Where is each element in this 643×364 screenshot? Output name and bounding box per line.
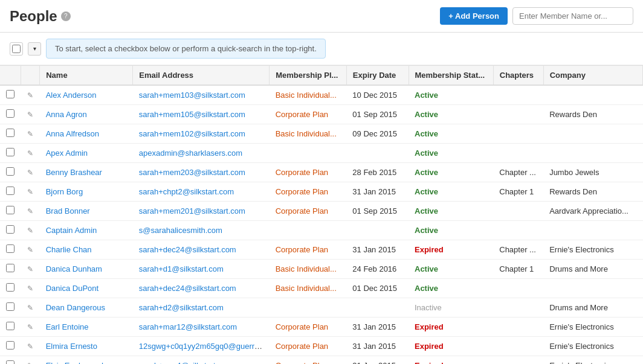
person-email-link[interactable]: 12sgwg+c0q1yy2m65gq0@guerrillam... — [139, 342, 270, 351]
row-checkbox[interactable] — [6, 148, 15, 156]
person-email-link[interactable]: sarah+mem105@silkstart.com — [139, 110, 245, 119]
person-email-link[interactable]: sarah+mar4@silkstart.com — [139, 361, 233, 364]
edit-icon[interactable]: ✎ — [27, 265, 33, 273]
row-checkbox[interactable] — [6, 283, 15, 292]
person-name-link[interactable]: Anna Agron — [46, 110, 87, 119]
edit-icon[interactable]: ✎ — [27, 304, 33, 312]
table-row: ✎Danica Dunhamsarah+d1@silkstart.comBasi… — [0, 260, 643, 279]
person-email-link[interactable]: sarah+dec24@silkstart.com — [139, 245, 236, 254]
page-title: People — [10, 8, 57, 25]
company: Drums and More — [543, 298, 642, 318]
row-checkbox[interactable] — [6, 109, 15, 118]
person-email-link[interactable]: s@sarahalicesmith.com — [139, 226, 222, 235]
person-name-link[interactable]: Charlie Chan — [46, 245, 92, 254]
row-checkbox[interactable] — [6, 187, 15, 195]
person-email-link[interactable]: sarah+mem103@silkstart.com — [139, 91, 245, 100]
person-name-link[interactable]: Earl Entoine — [46, 322, 89, 331]
company: Rewards Den — [543, 182, 642, 202]
expiry-date: 01 Sep 2015 — [346, 202, 409, 221]
expiry-date: 01 Dec 2015 — [346, 279, 409, 298]
edit-icon[interactable]: ✎ — [27, 226, 33, 235]
edit-icon[interactable]: ✎ — [27, 110, 33, 119]
membership-status: Active — [409, 182, 493, 202]
info-banner: To start, select a checkbox below or per… — [46, 39, 326, 59]
company: Ernie's Electronics — [543, 318, 642, 337]
membership-status: Active — [409, 144, 493, 163]
edit-icon[interactable]: ✎ — [27, 168, 33, 177]
search-input[interactable] — [512, 7, 633, 25]
row-checkbox[interactable] — [6, 206, 15, 214]
person-email-link[interactable]: sarah+d2@silkstart.com — [139, 303, 224, 312]
person-name-link[interactable]: Bjorn Borg — [46, 187, 83, 196]
chapters — [493, 124, 543, 144]
membership-status: Active — [409, 163, 493, 182]
person-email-link[interactable]: sarah+dec24@silkstart.com — [139, 284, 236, 293]
person-email-link[interactable]: sarah+mem102@silkstart.com — [139, 129, 245, 138]
edit-icon[interactable]: ✎ — [27, 188, 33, 196]
row-checkbox[interactable] — [6, 264, 15, 272]
person-name-link[interactable]: Danica DuPont — [46, 284, 99, 293]
select-all-input[interactable] — [12, 45, 21, 53]
expiry-date: 31 Jan 2015 — [346, 182, 409, 202]
select-all-checkbox[interactable] — [10, 42, 23, 56]
bulk-action-dropdown[interactable]: ▾ — [28, 42, 41, 56]
company: Ernie's Electronics — [543, 337, 642, 356]
row-checkbox[interactable] — [6, 167, 15, 176]
person-name-link[interactable]: Brad Bonner — [46, 206, 90, 216]
table-row: ✎Apex Adminapexadmin@sharklasers.comActi… — [0, 144, 643, 163]
row-checkbox[interactable] — [6, 244, 15, 253]
person-name-link[interactable]: Captain Admin — [46, 226, 97, 235]
person-name-link[interactable]: Dean Dangerous — [46, 303, 105, 312]
table-row: ✎Danica DuPontsarah+dec24@silkstart.comB… — [0, 279, 643, 298]
row-checkbox[interactable] — [6, 302, 15, 311]
edit-icon[interactable]: ✎ — [27, 323, 33, 331]
membership-plan: Corporate Plan — [270, 337, 347, 356]
person-email-link[interactable]: sarah+d1@silkstart.com — [139, 264, 224, 273]
col-header-email: Email Address — [133, 66, 270, 86]
edit-icon[interactable]: ✎ — [27, 207, 33, 216]
person-email-link[interactable]: sarah+chpt2@silkstart.com — [139, 187, 234, 196]
person-name-link[interactable]: Anna Alfredson — [46, 129, 99, 138]
edit-icon[interactable]: ✎ — [27, 362, 33, 364]
edit-icon[interactable]: ✎ — [27, 246, 33, 254]
col-header-plan: Membership Pl... — [270, 66, 347, 86]
expiry-date — [346, 298, 409, 318]
membership-plan: Corporate Plan — [270, 240, 347, 260]
person-email-link[interactable]: sarah+mem203@silkstart.com — [139, 168, 245, 177]
row-checkbox[interactable] — [6, 360, 15, 364]
chapters — [493, 144, 543, 163]
toolbar: ▾ To start, select a checkbox below or p… — [0, 33, 643, 65]
edit-icon[interactable]: ✎ — [27, 91, 33, 100]
add-person-button[interactable]: + Add Person — [440, 7, 508, 25]
row-checkbox[interactable] — [6, 225, 15, 234]
person-name-link[interactable]: Elvis Englewood — [46, 361, 103, 364]
company — [543, 221, 642, 240]
col-header-expiry: Expiry Date — [346, 66, 409, 86]
edit-icon[interactable]: ✎ — [27, 284, 33, 293]
person-name-link[interactable]: Benny Brashear — [46, 168, 102, 177]
expiry-date: 24 Feb 2016 — [346, 260, 409, 279]
edit-icon[interactable]: ✎ — [27, 149, 33, 158]
person-email-link[interactable]: sarah+mar12@silkstart.com — [139, 322, 237, 331]
row-checkbox[interactable] — [6, 341, 15, 350]
person-name-link[interactable]: Danica Dunham — [46, 264, 102, 273]
membership-status: Active — [409, 260, 493, 279]
person-email-link[interactable]: sarah+mem201@silkstart.com — [139, 206, 245, 216]
table-row: ✎Bjorn Borgsarah+chpt2@silkstart.comCorp… — [0, 182, 643, 202]
expiry-date — [346, 221, 409, 240]
page-title-area: People ? — [10, 8, 71, 25]
person-name-link[interactable]: Apex Admin — [46, 148, 88, 158]
chapters — [493, 221, 543, 240]
chapters — [493, 279, 543, 298]
row-checkbox[interactable] — [6, 90, 15, 98]
help-icon[interactable]: ? — [61, 11, 71, 21]
person-name-link[interactable]: Elmira Ernesto — [46, 342, 97, 351]
edit-icon[interactable]: ✎ — [27, 130, 33, 138]
edit-icon[interactable]: ✎ — [27, 342, 33, 351]
person-name-link[interactable]: Alex Anderson — [46, 91, 97, 100]
table-row: ✎Brad Bonnersarah+mem201@silkstart.comCo… — [0, 202, 643, 221]
row-checkbox[interactable] — [6, 129, 15, 137]
table-row: ✎Anna Alfredsonsarah+mem102@silkstart.co… — [0, 124, 643, 144]
person-email-link[interactable]: apexadmin@sharklasers.com — [139, 148, 242, 158]
row-checkbox[interactable] — [6, 322, 15, 330]
